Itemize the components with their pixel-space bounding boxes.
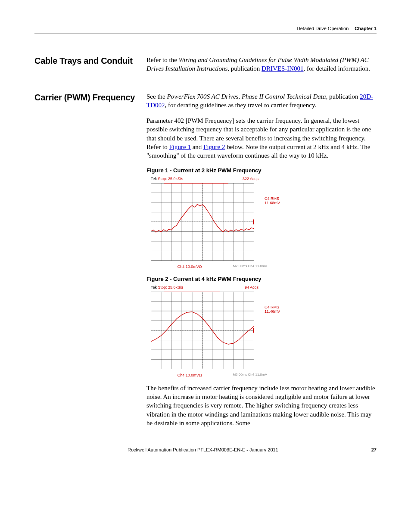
text: See the	[146, 93, 167, 100]
header-section-title: Detailed Drive Operation	[297, 26, 349, 31]
text: Stop: 25.0kS/s	[158, 285, 184, 289]
heading-cable-trays: Cable Trays and Conduit	[34, 56, 146, 66]
link-drives-in001[interactable]: DRIVES-IN001	[262, 65, 304, 72]
text: Ch4 10.0mVΩ	[177, 373, 202, 377]
scope-tek-label: Tek Stop: 25.0kS/s	[151, 285, 183, 290]
text: Stop: 25.0kS/s	[158, 177, 184, 181]
scope-acqs-label: 94 Acqs	[245, 285, 258, 290]
page-footer: Rockwell Automation Publication PFLEX-RM…	[34, 447, 377, 452]
text: M2.00ms Ch4 11.8mV	[233, 264, 267, 269]
link-figure-1[interactable]: Figure 1	[169, 143, 190, 150]
paragraph: Parameter 402 [PWM Frequency] sets the c…	[146, 116, 377, 160]
oscilloscope-grid-fig2	[151, 292, 254, 369]
text: , publication	[326, 93, 360, 100]
scope-bottom-labels: M2.00ms Ch4 11.8mV Ch4 10.0mVΩ	[146, 263, 276, 269]
header-chapter-label: Chapter 1	[355, 26, 377, 31]
text: Tek	[151, 285, 157, 289]
scope-tek-label: Tek Stop: 25.0kS/s	[151, 176, 183, 181]
figure-1-scope: Tek Stop: 25.0kS/s 322 Acqs	[146, 176, 276, 269]
page: Detailed Drive Operation Chapter 1 Cable…	[0, 0, 411, 532]
paragraph: Refer to the Wiring and Grounding Guidel…	[146, 56, 377, 73]
text-italic: PowerFlex 700S AC Drives, Phase II Contr…	[167, 93, 326, 100]
text: 11.46mV	[265, 309, 280, 314]
body-cable-trays: Refer to the Wiring and Grounding Guidel…	[146, 56, 377, 80]
text: C4 RMS	[265, 196, 279, 201]
scope-top-labels: Tek Stop: 25.0kS/s 94 Acqs	[146, 285, 276, 290]
footer-publication: Rockwell Automation Publication PFLEX-RM…	[128, 447, 278, 452]
scope-top-labels: Tek Stop: 25.0kS/s 322 Acqs	[146, 176, 276, 181]
figure-1-caption: Figure 1 - Current at 2 kHz PWM Frequenc…	[146, 167, 377, 174]
text: C4 RMS	[265, 305, 279, 309]
link-figure-2[interactable]: Figure 2	[203, 143, 225, 150]
paragraph: See the PowerFlex 700S AC Drives, Phase …	[146, 92, 377, 110]
section-cable-trays: Cable Trays and Conduit Refer to the Wir…	[34, 56, 377, 80]
oscilloscope-grid-fig1	[151, 183, 254, 261]
body-carrier-freq: See the PowerFlex 700S AC Drives, Phase …	[146, 92, 377, 435]
text: 11.68mV	[265, 201, 280, 205]
scope-bottom-labels: M2.00ms Ch4 11.8mV Ch4 10.0mVΩ	[146, 372, 276, 378]
scope-body: C4 RMS 11.46mV	[146, 290, 276, 372]
scope-body: C4 RMS 11.68mV	[146, 181, 276, 263]
text: and	[191, 143, 203, 150]
text: , publication	[227, 65, 262, 72]
paragraph: The benefits of increased carrier freque…	[146, 384, 377, 427]
text: , for derating guidelines as they travel…	[165, 102, 317, 109]
section-carrier-freq: Carrier (PWM) Frequency See the PowerFle…	[34, 92, 377, 435]
scope-rms-label: C4 RMS 11.46mV	[265, 305, 280, 314]
text: , for detailed information.	[304, 65, 371, 72]
heading-carrier-freq: Carrier (PWM) Frequency	[34, 92, 146, 103]
text: M2.00ms Ch4 11.8mV	[233, 373, 267, 377]
footer-page-number: 27	[371, 447, 377, 452]
text: Refer to the	[146, 56, 179, 63]
figure-2-caption: Figure 2 - Current at 4 kHz PWM Frequenc…	[146, 275, 377, 283]
text: Tek	[151, 177, 157, 181]
text: Ch4 10.0mVΩ	[177, 264, 202, 269]
scope-rms-label: C4 RMS 11.68mV	[265, 197, 280, 205]
page-header: Detailed Drive Operation Chapter 1	[34, 26, 377, 34]
figure-2-scope: Tek Stop: 25.0kS/s 94 Acqs	[146, 285, 276, 378]
scope-acqs-label: 322 Acqs	[243, 176, 258, 181]
